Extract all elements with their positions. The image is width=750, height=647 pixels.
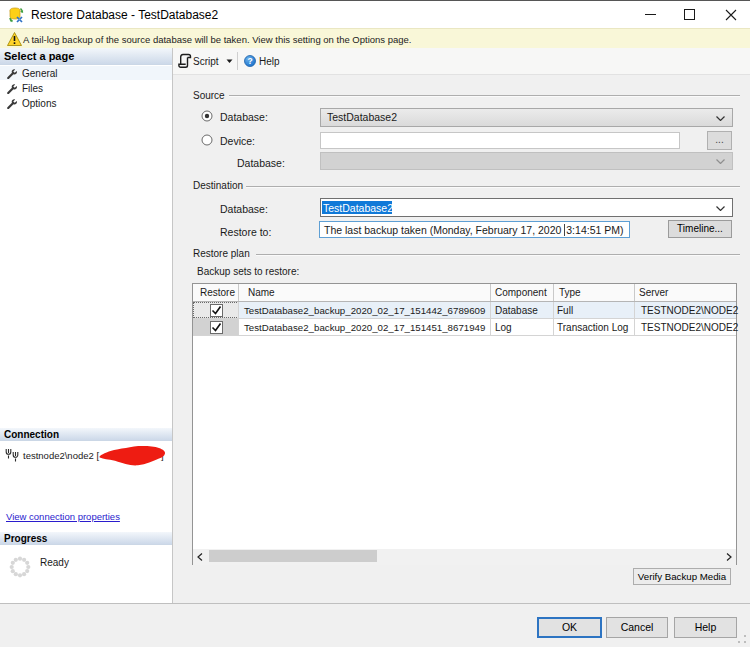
svg-text:?: ? — [247, 56, 252, 66]
